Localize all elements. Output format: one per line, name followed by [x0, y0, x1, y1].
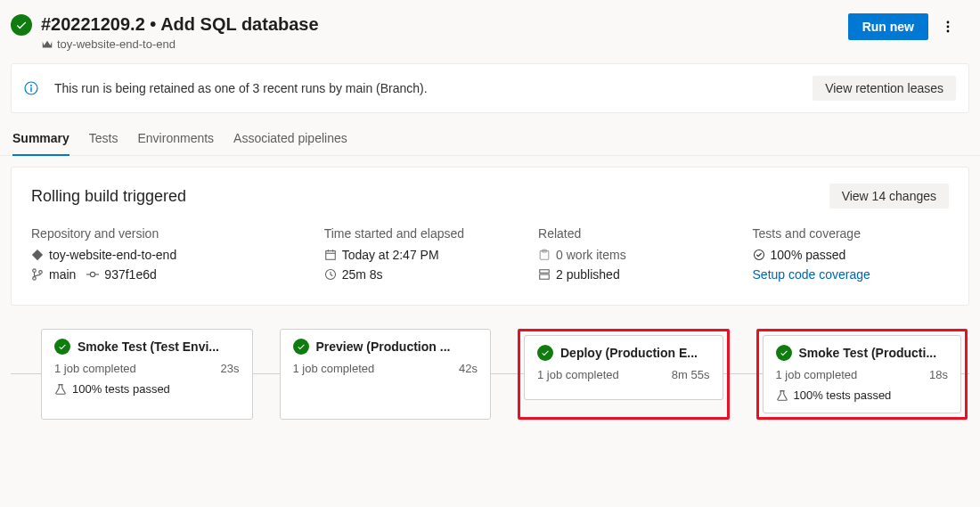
svg-point-0: [947, 21, 950, 24]
branch-link[interactable]: main: [49, 267, 76, 282]
pipeline-name: toy-website-end-to-end: [57, 37, 176, 51]
repo-icon: [31, 249, 44, 261]
view-retention-leases-button[interactable]: View retention leases: [813, 76, 956, 101]
stage-title: Preview (Production ...: [316, 339, 451, 354]
svg-rect-19: [540, 270, 550, 274]
retention-info-bar: This run is being retained as one of 3 r…: [11, 63, 969, 113]
calendar-icon: [324, 249, 337, 261]
svg-point-7: [33, 277, 37, 281]
stage-card[interactable]: Deploy (Production E...1 job completed8m…: [524, 335, 723, 400]
stage-card[interactable]: Smoke Test (Test Envi...1 job completed2…: [41, 329, 253, 420]
stage-jobs: 1 job completed: [293, 362, 375, 375]
more-vertical-icon: [941, 20, 955, 34]
stage-duration: 8m 55s: [672, 368, 710, 381]
branch-icon: [31, 268, 44, 281]
stage-tests: 100% tests passed: [54, 382, 240, 396]
highlighted-stage: Deploy (Production E...1 job completed8m…: [518, 329, 730, 420]
highlighted-stage: Smoke Test (Producti...1 job completed18…: [756, 329, 968, 420]
work-items: 0 work items: [556, 248, 626, 262]
success-status-icon: [54, 339, 70, 355]
tab-tests[interactable]: Tests: [89, 127, 118, 156]
pipeline-icon: [41, 38, 53, 51]
summary-card: Rolling build triggered View 14 changes …: [11, 167, 969, 306]
tabs: SummaryTestsEnvironmentsAssociated pipel…: [0, 113, 980, 156]
setup-coverage-link[interactable]: Setup code coverage: [753, 267, 870, 282]
success-status-icon: [293, 339, 309, 355]
success-status-icon: [11, 14, 32, 36]
stage-jobs: 1 job completed: [537, 368, 619, 381]
stages-strip: Smoke Test (Test Envi...1 job completed2…: [0, 318, 980, 429]
success-status-icon: [537, 345, 553, 361]
clock-icon: [324, 268, 337, 281]
stage-jobs: 1 job completed: [54, 362, 136, 375]
view-changes-button[interactable]: View 14 changes: [829, 184, 949, 209]
svg-rect-5: [30, 87, 31, 92]
svg-point-21: [754, 249, 764, 259]
tests-label: Tests and coverage: [753, 226, 949, 241]
svg-point-6: [33, 269, 37, 273]
svg-point-1: [947, 26, 950, 29]
success-status-icon: [776, 345, 792, 361]
pipeline-breadcrumb[interactable]: toy-website-end-to-end: [41, 37, 848, 51]
more-actions-button[interactable]: [934, 12, 962, 41]
svg-rect-20: [540, 274, 550, 279]
tab-associated-pipelines[interactable]: Associated pipelines: [233, 127, 347, 156]
section-title: Rolling build triggered: [31, 187, 186, 206]
stage-title: Deploy (Production E...: [560, 346, 698, 360]
stage-card[interactable]: Preview (Production ...1 job completed42…: [280, 329, 492, 420]
stage-card[interactable]: Smoke Test (Producti...1 job completed18…: [763, 335, 962, 413]
repo-label: Repository and version: [31, 226, 306, 241]
tab-environments[interactable]: Environments: [138, 127, 215, 156]
svg-point-9: [91, 272, 95, 276]
tab-summary[interactable]: Summary: [12, 127, 69, 156]
svg-point-4: [30, 85, 32, 86]
stage-duration: 18s: [929, 368, 948, 381]
stage-title: Smoke Test (Test Envi...: [78, 339, 219, 354]
check-circle-icon: [753, 249, 765, 261]
stage-jobs: 1 job completed: [776, 368, 858, 381]
flask-icon: [54, 383, 67, 396]
published-link[interactable]: 2 published: [538, 267, 734, 282]
related-label: Related: [538, 226, 734, 241]
page-header: #20221209.2 • Add SQL database toy-websi…: [0, 0, 980, 63]
retention-info-text: This run is being retained as one of 3 r…: [54, 81, 796, 95]
stage-title: Smoke Test (Producti...: [799, 346, 937, 360]
svg-point-8: [39, 271, 43, 274]
stage-duration: 23s: [221, 362, 240, 375]
time-label: Time started and elapsed: [324, 226, 520, 241]
commit-icon: [86, 268, 99, 281]
stage-tests: 100% tests passed: [776, 388, 949, 402]
flask-icon: [776, 389, 788, 402]
svg-point-2: [947, 30, 950, 33]
info-icon: [24, 81, 38, 95]
run-new-button[interactable]: Run new: [848, 13, 928, 40]
commit-link[interactable]: 937f1e6d: [104, 267, 156, 282]
svg-rect-12: [325, 251, 335, 260]
stage-duration: 42s: [459, 362, 478, 375]
time-elapsed: 25m 8s: [342, 267, 383, 282]
artifact-icon: [538, 268, 551, 281]
time-started: Today at 2:47 PM: [342, 248, 439, 262]
repo-link[interactable]: toy-website-end-to-end: [31, 248, 306, 262]
page-title: #20221209.2 • Add SQL database: [41, 12, 848, 36]
tests-passed-link[interactable]: 100% passed: [753, 248, 949, 262]
workitem-icon: [538, 249, 551, 261]
